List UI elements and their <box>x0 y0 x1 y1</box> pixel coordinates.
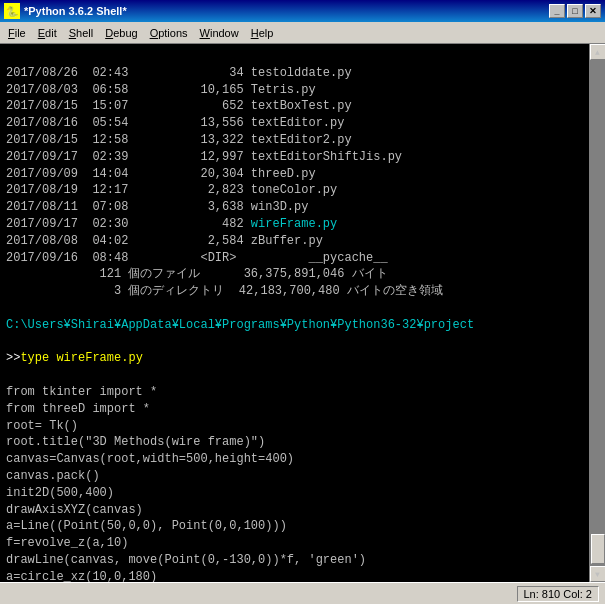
menu-shell[interactable]: Shell <box>63 25 99 41</box>
scroll-thumb[interactable] <box>591 534 605 564</box>
menu-help[interactable]: Help <box>245 25 280 41</box>
close-button[interactable]: ✕ <box>585 4 601 18</box>
title-text: *Python 3.6.2 Shell* <box>24 5 127 17</box>
scroll-track[interactable] <box>590 60 605 566</box>
menu-edit[interactable]: Edit <box>32 25 63 41</box>
menu-options[interactable]: Options <box>144 25 194 41</box>
window-body: 2017/08/26 02:43 34 testolddate.py 2017/… <box>0 44 605 582</box>
title-bar-left: 🐍 *Python 3.6.2 Shell* <box>4 3 127 19</box>
scroll-down-button[interactable]: ▼ <box>590 566 606 582</box>
title-buttons: _ □ ✕ <box>549 4 601 18</box>
title-bar: 🐍 *Python 3.6.2 Shell* _ □ ✕ <box>0 0 605 22</box>
terminal-output[interactable]: 2017/08/26 02:43 34 testolddate.py 2017/… <box>0 44 589 582</box>
terminal-content: 2017/08/26 02:43 34 testolddate.py 2017/… <box>6 66 474 582</box>
minimize-button[interactable]: _ <box>549 4 565 18</box>
menu-debug[interactable]: Debug <box>99 25 143 41</box>
scroll-up-button[interactable]: ▲ <box>590 44 606 60</box>
menu-window[interactable]: Window <box>194 25 245 41</box>
svg-text:🐍: 🐍 <box>6 5 19 18</box>
menu-file[interactable]: File <box>2 25 32 41</box>
app-icon: 🐍 <box>4 3 20 19</box>
status-bar: Ln: 810 Col: 2 <box>0 582 605 604</box>
scrollbar[interactable]: ▲ ▼ <box>589 44 605 582</box>
maximize-button[interactable]: □ <box>567 4 583 18</box>
menu-bar: File Edit Shell Debug Options Window Hel… <box>0 22 605 44</box>
cursor-position: Ln: 810 Col: 2 <box>517 586 600 602</box>
